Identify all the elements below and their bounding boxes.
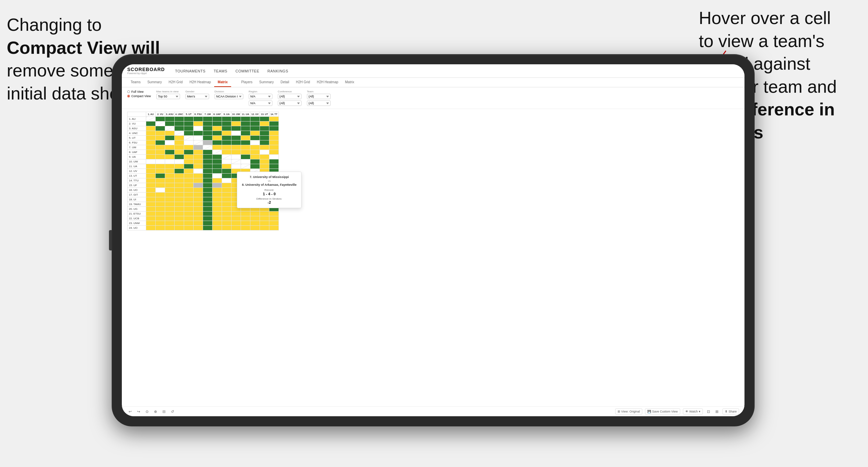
- matrix-cell[interactable]: [165, 121, 175, 126]
- matrix-cell[interactable]: [175, 121, 184, 126]
- full-view-option[interactable]: Full View: [127, 90, 151, 93]
- tab-detail-p[interactable]: Detail: [277, 78, 293, 87]
- matrix-cell[interactable]: [175, 126, 184, 131]
- matrix-cell[interactable]: [175, 164, 184, 169]
- matrix-cell[interactable]: [269, 155, 279, 159]
- matrix-cell[interactable]: [194, 226, 203, 230]
- matrix-cell[interactable]: [260, 155, 269, 159]
- matrix-cell[interactable]: [241, 155, 250, 159]
- matrix-cell[interactable]: [250, 150, 260, 155]
- matrix-cell[interactable]: [165, 226, 175, 230]
- matrix-cell[interactable]: [194, 183, 203, 188]
- region-select-1[interactable]: N/A: [249, 94, 272, 99]
- matrix-cell[interactable]: [213, 121, 222, 126]
- matrix-cell[interactable]: [165, 131, 175, 136]
- matrix-cell[interactable]: [222, 145, 231, 150]
- matrix-cell[interactable]: [165, 193, 175, 197]
- matrix-cell[interactable]: [175, 197, 184, 202]
- matrix-cell[interactable]: [231, 221, 241, 226]
- matrix-cell[interactable]: [194, 193, 203, 197]
- matrix-cell[interactable]: [250, 216, 260, 221]
- matrix-cell[interactable]: [203, 145, 213, 150]
- matrix-cell[interactable]: [269, 136, 279, 140]
- matrix-cell[interactable]: [184, 188, 194, 193]
- matrix-cell[interactable]: [194, 197, 203, 202]
- matrix-cell[interactable]: [222, 174, 231, 178]
- matrix-cell[interactable]: [231, 145, 241, 150]
- matrix-cell[interactable]: [231, 226, 241, 230]
- matrix-cell[interactable]: [184, 121, 194, 126]
- gender-select[interactable]: Men's: [185, 94, 209, 99]
- matrix-cell[interactable]: [250, 121, 260, 126]
- matrix-cell[interactable]: [175, 216, 184, 221]
- matrix-cell[interactable]: [203, 169, 213, 174]
- matrix-cell[interactable]: [156, 188, 165, 193]
- matrix-cell[interactable]: [194, 150, 203, 155]
- matrix-cell[interactable]: [184, 202, 194, 207]
- matrix-cell[interactable]: [184, 178, 194, 183]
- matrix-cell[interactable]: [194, 169, 203, 174]
- matrix-cell[interactable]: [269, 126, 279, 131]
- matrix-cell[interactable]: [222, 155, 231, 159]
- matrix-cell[interactable]: [146, 164, 156, 169]
- grid-button[interactable]: ⊞: [714, 409, 720, 415]
- matrix-cell[interactable]: [203, 155, 213, 159]
- matrix-cell[interactable]: [156, 226, 165, 230]
- matrix-cell[interactable]: [184, 117, 194, 121]
- matrix-cell[interactable]: [194, 221, 203, 226]
- matrix-cell[interactable]: [175, 183, 184, 188]
- matrix-cell[interactable]: [260, 216, 269, 221]
- matrix-cell[interactable]: [222, 212, 231, 216]
- matrix-cell[interactable]: [203, 117, 213, 121]
- team-select-1[interactable]: (All): [307, 94, 331, 99]
- matrix-cell[interactable]: [222, 226, 231, 230]
- matrix-cell[interactable]: [194, 155, 203, 159]
- tab-matrix-t[interactable]: Matrix: [214, 78, 231, 87]
- matrix-cell[interactable]: [241, 117, 250, 121]
- matrix-cell[interactable]: [146, 150, 156, 155]
- matrix-cell[interactable]: [250, 126, 260, 131]
- matrix-cell[interactable]: [146, 121, 156, 126]
- matrix-cell[interactable]: [241, 136, 250, 140]
- matrix-cell[interactable]: [241, 140, 250, 145]
- matrix-cell[interactable]: [231, 216, 241, 221]
- matrix-cell[interactable]: [222, 140, 231, 145]
- matrix-cell[interactable]: [203, 207, 213, 212]
- matrix-cell[interactable]: [250, 131, 260, 136]
- conference-select-1[interactable]: (All): [278, 94, 302, 99]
- matrix-cell[interactable]: [213, 140, 222, 145]
- matrix-cell[interactable]: [231, 140, 241, 145]
- matrix-cell[interactable]: [146, 145, 156, 150]
- matrix-cell[interactable]: [241, 164, 250, 169]
- device-button[interactable]: ⊡: [706, 409, 711, 415]
- matrix-cell[interactable]: [203, 121, 213, 126]
- matrix-cell[interactable]: [260, 226, 269, 230]
- matrix-cell[interactable]: [260, 212, 269, 216]
- matrix-cell[interactable]: [203, 221, 213, 226]
- matrix-cell[interactable]: [156, 121, 165, 126]
- matrix-cell[interactable]: [203, 178, 213, 183]
- matrix-cell[interactable]: [156, 169, 165, 174]
- matrix-cell[interactable]: [184, 212, 194, 216]
- matrix-cell[interactable]: [260, 164, 269, 169]
- matrix-cell[interactable]: [222, 121, 231, 126]
- matrix-cell[interactable]: [175, 207, 184, 212]
- matrix-cell[interactable]: [184, 221, 194, 226]
- matrix-cell[interactable]: [165, 178, 175, 183]
- matrix-cell[interactable]: [184, 216, 194, 221]
- matrix-cell[interactable]: [156, 131, 165, 136]
- matrix-cell[interactable]: [146, 212, 156, 216]
- matrix-cell[interactable]: [184, 197, 194, 202]
- matrix-cell[interactable]: [194, 202, 203, 207]
- matrix-cell[interactable]: [260, 159, 269, 164]
- matrix-cell[interactable]: [250, 159, 260, 164]
- matrix-cell[interactable]: [203, 126, 213, 131]
- matrix-cell[interactable]: [231, 212, 241, 216]
- matrix-cell[interactable]: [203, 226, 213, 230]
- matrix-cell[interactable]: [213, 221, 222, 226]
- matrix-cell[interactable]: [165, 174, 175, 178]
- matrix-cell[interactable]: [156, 193, 165, 197]
- matrix-cell[interactable]: [165, 216, 175, 221]
- matrix-cell[interactable]: [156, 178, 165, 183]
- matrix-cell[interactable]: [146, 178, 156, 183]
